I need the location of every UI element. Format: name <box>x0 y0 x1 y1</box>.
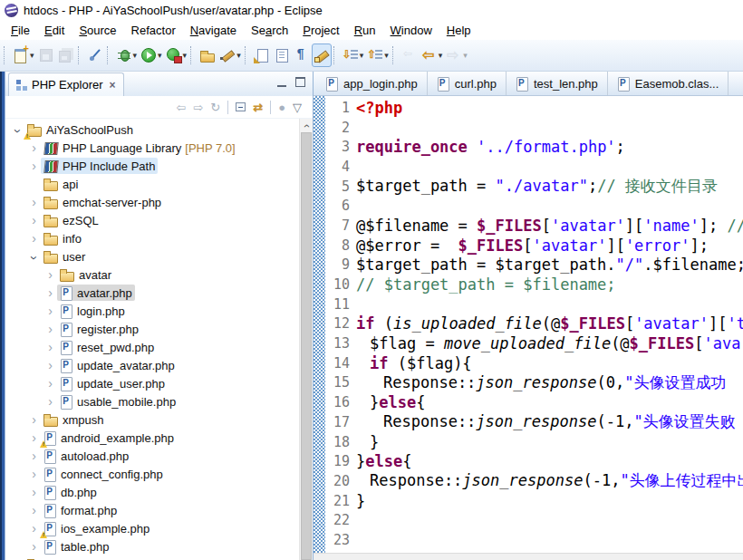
annotation-ruler[interactable] <box>314 96 325 553</box>
tree-item-emchat-server-php[interactable]: ›emchat-server-php <box>5 193 299 211</box>
editor-tab-easemob-clas[interactable]: Easemob.clas... <box>608 72 729 95</box>
tree-item-user[interactable]: ›user <box>5 247 299 266</box>
tree-item-update-user-php[interactable]: ›update_user.php <box>5 374 299 392</box>
refresh-icon[interactable]: ↻ <box>210 101 220 113</box>
tree-item-aiyaschoolpush[interactable]: ›AiYaSchoolPush <box>5 121 299 139</box>
menu-run[interactable]: Run <box>347 22 383 39</box>
back-small-button[interactable] <box>400 43 420 67</box>
scrollbar-up-icon[interactable]: › <box>300 119 313 132</box>
tree-item-register-php[interactable]: ›register.php <box>5 320 299 338</box>
dropdown-arrow-icon[interactable]: ▾ <box>439 51 443 60</box>
forward-button[interactable]: ▾ <box>444 43 469 67</box>
forward-icon[interactable]: ⇨ <box>193 101 203 113</box>
tree-item-info[interactable]: ›info <box>5 229 299 247</box>
code-editor[interactable]: 1<?php23require_once '../format.php';45$… <box>314 96 743 553</box>
menu-file[interactable]: File <box>4 22 37 39</box>
editor-tab-test-len-php[interactable]: test_len.php <box>507 72 608 95</box>
dropdown-arrow-icon[interactable]: ▾ <box>360 51 364 60</box>
scrollbar-thumb[interactable] <box>301 132 312 560</box>
chevron-collapsed-icon[interactable]: › <box>27 467 41 481</box>
menu-edit[interactable]: Edit <box>37 22 72 39</box>
minimize-view-icon[interactable] <box>277 77 286 87</box>
chevron-collapsed-icon[interactable]: › <box>43 322 57 336</box>
tree-item-db-php[interactable]: ›db.php <box>5 483 299 501</box>
chevron-collapsed-icon[interactable]: › <box>43 285 57 300</box>
menu-navigate[interactable]: Navigate <box>183 22 244 39</box>
save-button[interactable] <box>36 43 56 67</box>
chevron-collapsed-icon[interactable]: › <box>27 195 41 209</box>
tree-item-avatar[interactable]: ›avatar <box>5 266 299 284</box>
search-pen-button[interactable]: ▾ <box>217 43 243 67</box>
new-wizard-button[interactable]: ▾ <box>11 43 36 67</box>
chevron-collapsed-icon[interactable]: › <box>43 340 57 354</box>
chevron-collapsed-icon[interactable]: › <box>43 267 57 282</box>
tree-item-php-language-library[interactable]: ›PHP Language Library [PHP 7.0] <box>5 139 299 157</box>
menu-project[interactable]: Project <box>295 22 346 39</box>
previous-annotation-button[interactable]: ▾ <box>365 43 391 67</box>
external-tools-button[interactable]: ▾ <box>164 43 189 67</box>
next-annotation-button[interactable]: ▾ <box>341 43 366 67</box>
mark-occurrences-button[interactable] <box>312 43 332 67</box>
chevron-collapsed-icon[interactable]: › <box>27 521 41 536</box>
dropdown-arrow-icon[interactable]: ▾ <box>133 51 138 60</box>
chevron-collapsed-icon[interactable]: › <box>43 358 57 372</box>
chevron-collapsed-icon[interactable]: › <box>27 539 41 554</box>
tree-item-ezsql[interactable]: ›ezSQL <box>5 211 299 229</box>
show-source-button[interactable] <box>272 43 292 67</box>
chevron-collapsed-icon[interactable]: › <box>27 449 41 463</box>
close-view-icon[interactable]: × <box>110 79 116 92</box>
dropdown-arrow-icon[interactable]: ▾ <box>183 51 188 60</box>
tree-item-connect-config-php[interactable]: ›connect_config.php <box>5 465 299 483</box>
tree-item-php-include-path[interactable]: ›PHP Include Path <box>5 157 299 175</box>
filters-icon[interactable]: ● <box>278 101 285 113</box>
editor-tab-curl-php[interactable]: curl.php <box>428 72 507 95</box>
tree-item-table-php[interactable]: ›table.php <box>5 537 299 555</box>
view-menu-icon[interactable]: ▽ <box>293 101 302 113</box>
chevron-collapsed-icon[interactable]: › <box>27 503 41 517</box>
save-all-button[interactable] <box>56 43 76 67</box>
explorer-vertical-scrollbar[interactable]: › <box>299 119 313 560</box>
menu-window[interactable]: Window <box>383 22 439 39</box>
chevron-collapsed-icon[interactable]: › <box>27 140 41 155</box>
editor-tab-app-login-php[interactable]: app_login.php <box>316 72 428 95</box>
tree-item-reset-pwd-php[interactable]: ›reset_pwd.php <box>5 338 299 356</box>
dropdown-arrow-icon[interactable]: ▾ <box>158 51 162 60</box>
chevron-collapsed-icon[interactable]: › <box>27 213 41 227</box>
chevron-collapsed-icon[interactable]: › <box>27 231 41 246</box>
run-button[interactable]: ▾ <box>139 43 164 67</box>
tree-item-ios-example-php[interactable]: ›ios_example.php <box>5 519 299 537</box>
tree-item-login-php[interactable]: ›login.php <box>5 302 299 320</box>
php-explorer-tab[interactable]: PHP Explorer × <box>8 72 124 96</box>
dropdown-arrow-icon[interactable]: ▾ <box>30 51 34 60</box>
back-icon[interactable]: ⇦ <box>177 101 187 113</box>
tree-item-usable-mobile-php[interactable]: ›usable_mobile.php <box>5 392 299 410</box>
collapse-all-icon[interactable] <box>236 102 246 111</box>
dropdown-arrow-icon[interactable]: ▾ <box>384 51 389 60</box>
menu-source[interactable]: Source <box>72 22 123 39</box>
chevron-collapsed-icon[interactable]: › <box>43 304 57 318</box>
tree-item-api[interactable]: api <box>5 175 299 193</box>
chevron-expanded-icon[interactable]: › <box>27 251 42 265</box>
back-button[interactable]: ▾ <box>420 43 445 67</box>
last-edit-location-button[interactable] <box>252 43 272 67</box>
tree-item-item[interactable]: › <box>5 555 299 560</box>
chevron-collapsed-icon[interactable]: › <box>27 485 41 499</box>
skip-breakpoints-button[interactable] <box>85 43 105 67</box>
chevron-collapsed-icon[interactable]: › <box>27 412 41 427</box>
menu-help[interactable]: Help <box>439 22 478 39</box>
chevron-collapsed-icon[interactable]: › <box>27 430 41 445</box>
editor-horizontal-scrollbar[interactable] <box>314 553 743 560</box>
debug-button[interactable]: ▾ <box>114 43 140 67</box>
tree-item-autoload-php[interactable]: ›autoload.php <box>5 447 299 465</box>
chevron-collapsed-icon[interactable]: › <box>43 376 57 391</box>
tree-item-avatar-php[interactable]: ›avatar.php <box>5 284 299 302</box>
maximize-view-icon[interactable] <box>295 77 305 87</box>
tree-item-android-example-php[interactable]: ›android_example.php <box>5 429 299 447</box>
chevron-collapsed-icon[interactable]: › <box>27 159 41 173</box>
menu-refactor[interactable]: Refactor <box>124 22 183 39</box>
tree-item-xmpush[interactable]: ›xmpush <box>5 410 299 429</box>
dropdown-arrow-icon[interactable]: ▾ <box>236 51 241 60</box>
menu-search[interactable]: Search <box>244 22 295 39</box>
open-folder-button[interactable] <box>198 43 217 67</box>
link-with-editor-icon[interactable]: ⇄ <box>253 101 263 113</box>
